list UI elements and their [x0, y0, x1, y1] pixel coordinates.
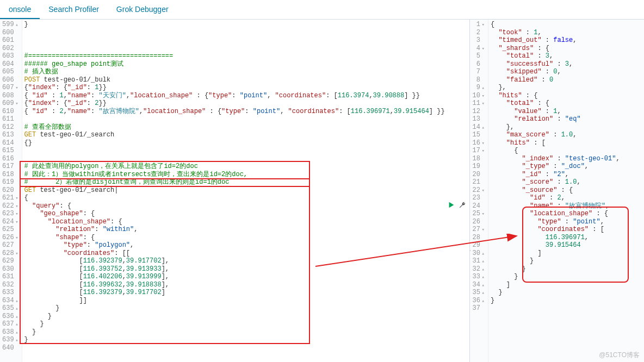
- play-icon[interactable]: [448, 201, 455, 209]
- response-pane: ⋮ 1 ▾2 3 4 ▾5 6 7 8 9 ▴10 ▾11 ▾12 13 14 …: [470, 20, 644, 362]
- request-code[interactable]: }#=====================================#…: [22, 20, 469, 362]
- content: 599 ▴600 601 602 603 604 605 606 607 ▾60…: [0, 20, 644, 362]
- tab-search-profiler[interactable]: Search Profiler: [40, 0, 108, 19]
- scroll-indicator: ⋮: [470, 247, 472, 254]
- request-pane: 599 ▴600 601 602 603 604 605 606 607 ▾60…: [0, 20, 470, 362]
- request-gutter: 599 ▴600 601 602 603 604 605 606 607 ▾60…: [0, 20, 22, 362]
- request-actions: [448, 201, 466, 209]
- tab-console[interactable]: onsole: [0, 0, 40, 19]
- watermark: @51CTO博客: [599, 351, 640, 360]
- wrench-icon[interactable]: [459, 201, 466, 209]
- tabs: onsole Search Profiler Grok Debugger: [0, 0, 644, 20]
- response-gutter: 1 ▾2 3 4 ▾5 6 7 8 9 ▴10 ▾11 ▾12 13 14 ▴1…: [470, 20, 488, 362]
- response-code: { "took" : 1, "timed_out" : false, "_sha…: [488, 20, 644, 362]
- tab-grok-debugger[interactable]: Grok Debugger: [108, 0, 177, 19]
- response-editor[interactable]: 1 ▾2 3 4 ▾5 6 7 8 9 ▴10 ▾11 ▾12 13 14 ▴1…: [470, 20, 644, 362]
- request-editor[interactable]: 599 ▴600 601 602 603 604 605 606 607 ▾60…: [0, 20, 469, 362]
